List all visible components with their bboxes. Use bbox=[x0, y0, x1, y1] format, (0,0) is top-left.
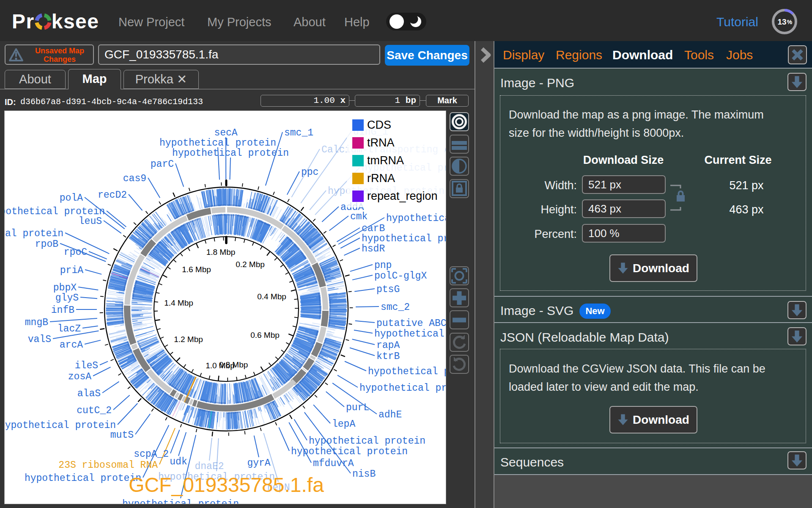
svg-text:mutS: mutS bbox=[110, 430, 134, 441]
svg-text:valS: valS bbox=[28, 334, 51, 345]
svg-text:hypothetical protein: hypothetical protein bbox=[362, 233, 446, 244]
svg-text:polC-glgX: polC-glgX bbox=[374, 271, 427, 282]
svg-text:lepA: lepA bbox=[332, 419, 355, 430]
svg-text:0.4 Mbp: 0.4 Mbp bbox=[257, 292, 286, 301]
svg-text:carB: carB bbox=[362, 223, 385, 234]
svg-text:hypothetical protein: hypothetical protein bbox=[386, 213, 446, 224]
svg-text:parC: parC bbox=[151, 159, 174, 170]
svg-text:hypothetical protein: hypothetical protein bbox=[5, 228, 63, 239]
svg-text:rRNA: rRNA bbox=[367, 172, 395, 185]
svg-text:priA: priA bbox=[60, 265, 83, 276]
svg-text:leuS: leuS bbox=[79, 216, 102, 227]
svg-text:hsdR: hsdR bbox=[362, 243, 385, 254]
svg-text:nisB: nisB bbox=[352, 469, 376, 480]
svg-text:ktrB: ktrB bbox=[376, 351, 400, 362]
svg-text:scpA_2: scpA_2 bbox=[134, 449, 169, 460]
svg-text:tRNA: tRNA bbox=[367, 136, 395, 149]
svg-text:rpoC: rpoC bbox=[64, 247, 87, 258]
svg-text:%: % bbox=[787, 19, 793, 25]
svg-text:hypothetical protein: hypothetical protein bbox=[291, 446, 408, 457]
svg-text:mfduvrA: mfduvrA bbox=[313, 458, 354, 469]
svg-text:smc_1: smc_1 bbox=[284, 127, 313, 138]
svg-text:1.2 Mbp: 1.2 Mbp bbox=[174, 335, 203, 344]
svg-text:rpoB: rpoB bbox=[35, 239, 58, 250]
svg-text:hypothetical protein: hypothetical protein bbox=[159, 138, 276, 149]
svg-text:arcA: arcA bbox=[60, 340, 83, 351]
svg-text:udk: udk bbox=[170, 456, 187, 467]
svg-text:ptsG: ptsG bbox=[376, 284, 400, 295]
svg-text:hypothetical protein: hypothetical protein bbox=[359, 383, 446, 394]
svg-text:tmRNA: tmRNA bbox=[367, 154, 404, 167]
svg-text:hypothetical protein: hypothetical protein bbox=[5, 420, 116, 431]
svg-text:putative ABC transporter: putative ABC transporter bbox=[376, 318, 446, 329]
svg-text:infB: infB bbox=[51, 305, 74, 316]
svg-text:repeat_region: repeat_region bbox=[367, 190, 438, 202]
svg-text:ppc: ppc bbox=[301, 167, 318, 178]
svg-text:polA: polA bbox=[60, 193, 83, 204]
svg-text:CDS: CDS bbox=[367, 119, 391, 131]
svg-text:purL: purL bbox=[346, 402, 369, 413]
svg-text:GCF_019335785.1.fa: GCF_019335785.1.fa bbox=[129, 474, 324, 496]
svg-text:lacZ: lacZ bbox=[58, 323, 81, 334]
svg-text:hypothetical protein: hypothetical protein bbox=[368, 366, 446, 377]
svg-text:hypothetical protein: hypothetical protein bbox=[122, 499, 239, 504]
svg-text:cutC_2: cutC_2 bbox=[77, 405, 112, 416]
svg-text:zosA: zosA bbox=[68, 371, 91, 382]
svg-text:recD2: recD2 bbox=[98, 190, 127, 201]
svg-text:1.8 Mbp: 1.8 Mbp bbox=[206, 248, 236, 257]
svg-text:0.6 Mbp: 0.6 Mbp bbox=[250, 331, 280, 340]
svg-text:smc_2: smc_2 bbox=[381, 302, 410, 313]
svg-text:adhE: adhE bbox=[379, 409, 402, 420]
svg-text:dnaE2: dnaE2 bbox=[195, 461, 224, 472]
svg-text:pnp: pnp bbox=[374, 260, 392, 271]
svg-text:hypothetical protein: hypothetical protein bbox=[309, 436, 425, 447]
svg-text:1.0 Mbp: 1.0 Mbp bbox=[206, 361, 235, 370]
svg-text:secA: secA bbox=[214, 127, 237, 138]
svg-text:hypothetical protein: hypothetical protein bbox=[374, 329, 446, 340]
svg-text:cas9: cas9 bbox=[123, 173, 146, 184]
svg-text:pbpX: pbpX bbox=[53, 282, 77, 293]
svg-text:13: 13 bbox=[777, 17, 786, 26]
svg-text:glyS: glyS bbox=[55, 293, 79, 304]
svg-text:hypothetical protein: hypothetical protein bbox=[25, 473, 141, 484]
svg-text:1.4 Mbp: 1.4 Mbp bbox=[164, 298, 193, 307]
svg-text:gyrA: gyrA bbox=[247, 458, 270, 469]
svg-text:alaS: alaS bbox=[77, 388, 101, 399]
svg-text:ileS: ileS bbox=[75, 360, 98, 371]
svg-text:cmk: cmk bbox=[350, 211, 368, 222]
svg-text:hypothetical protein: hypothetical protein bbox=[172, 148, 289, 159]
svg-text:1.6 Mbp: 1.6 Mbp bbox=[182, 265, 211, 274]
svg-text:0.2 Mbp: 0.2 Mbp bbox=[236, 260, 265, 269]
svg-text:23S ribosomal RNA: 23S ribosomal RNA bbox=[58, 460, 158, 471]
svg-text:mngB: mngB bbox=[25, 317, 48, 328]
svg-text:rapA: rapA bbox=[376, 340, 400, 351]
